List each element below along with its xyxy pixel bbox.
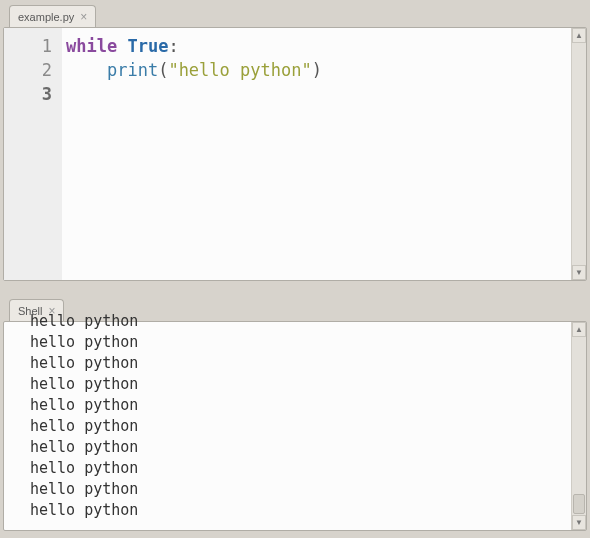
close-icon[interactable]: × (80, 11, 87, 23)
editor-tab[interactable]: example.py × (9, 5, 96, 27)
scroll-down-icon[interactable]: ▼ (572, 265, 586, 280)
line-number: 1 (4, 34, 52, 58)
paren-close: ) (312, 60, 322, 80)
punct-token: : (168, 36, 178, 56)
keyword-token: while (66, 36, 117, 56)
scrollbar-thumb[interactable] (573, 494, 585, 514)
line-number-gutter: 123 (4, 28, 62, 280)
editor-tab-bar: example.py × (3, 3, 587, 27)
scroll-down-icon[interactable]: ▼ (572, 515, 586, 530)
code-area[interactable]: while True: print("hello python") (62, 28, 571, 280)
panel-gap (3, 281, 587, 297)
scroll-up-icon[interactable]: ▲ (572, 322, 586, 337)
shell-scrollbar[interactable]: ▲ ▼ (571, 322, 586, 530)
line-number: 2 (4, 58, 52, 82)
editor-panel: example.py × 123 while True: print("hell… (3, 3, 587, 281)
shell-pane: hello python hello python hello python h… (3, 321, 587, 531)
line-number: 3 (4, 82, 52, 106)
string-token: "hello python" (168, 60, 311, 80)
func-token: print (107, 60, 158, 80)
editor-scrollbar[interactable]: ▲ ▼ (571, 28, 586, 280)
paren-open: ( (158, 60, 168, 80)
editor-tab-label: example.py (18, 11, 74, 23)
shell-panel: Shell × hello python hello python hello … (3, 297, 587, 531)
shell-output[interactable]: hello python hello python hello python h… (4, 311, 571, 530)
boolean-token: True (127, 36, 168, 56)
indent (66, 60, 107, 80)
editor-pane: 123 while True: print("hello python") ▲ … (3, 27, 587, 281)
scroll-up-icon[interactable]: ▲ (572, 28, 586, 43)
